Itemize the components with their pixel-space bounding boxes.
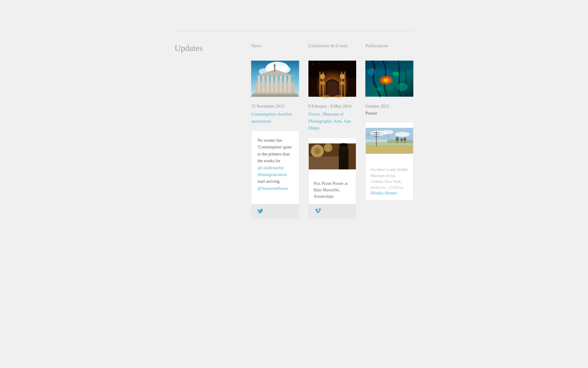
updates-section: Updates News bbox=[175, 43, 413, 219]
news-image bbox=[251, 53, 299, 104]
publication-title: Power bbox=[365, 111, 413, 116]
news-title-link[interactable]: Consumption shortlist announced bbox=[251, 111, 299, 125]
publications-column: Publications bbox=[365, 43, 413, 219]
svg-rect-69 bbox=[374, 136, 379, 136]
svg-rect-15 bbox=[274, 66, 275, 72]
nomansland-content: No Man's Land, Wellin Museum of Art, Cli… bbox=[366, 160, 413, 200]
exhibition-card: 8 February - 8 May 2014 Power, Museum of… bbox=[308, 53, 356, 132]
twitter-card: No sooner has 'Consumption' gone to the … bbox=[251, 131, 299, 204]
twitter-icon bbox=[257, 208, 263, 216]
vimeo-footer bbox=[309, 204, 356, 219]
svg-point-44 bbox=[325, 145, 331, 150]
prix-pictet-content: Prix Pictet Power at Huis Marseille, Ams… bbox=[309, 176, 356, 204]
page-title: Updates bbox=[175, 43, 251, 53]
prix-pictet-image bbox=[309, 138, 356, 175]
exhibitions-column: Exhibitions & Events bbox=[308, 43, 356, 219]
svg-point-33 bbox=[312, 64, 313, 64]
svg-rect-66 bbox=[376, 131, 377, 146]
svg-point-55 bbox=[376, 87, 381, 91]
svg-rect-67 bbox=[373, 132, 380, 133]
news-column: News bbox=[251, 43, 299, 219]
svg-rect-18 bbox=[252, 94, 298, 95]
svg-point-53 bbox=[384, 79, 388, 82]
svg-rect-17 bbox=[253, 93, 297, 94]
news-image-wrapper bbox=[251, 53, 299, 104]
updates-label: Updates bbox=[175, 43, 251, 219]
exhibition-title-link[interactable]: Power, Museum of Photographic Arts, San … bbox=[308, 111, 356, 132]
svg-point-56 bbox=[397, 83, 408, 91]
prix-pictet-card: Prix Pictet Power at Huis Marseille, Ams… bbox=[308, 138, 356, 219]
svg-point-35 bbox=[347, 62, 348, 63]
vimeo-icon bbox=[315, 208, 321, 215]
svg-rect-49 bbox=[309, 156, 339, 169]
svg-rect-48 bbox=[340, 143, 347, 146]
svg-rect-65 bbox=[387, 140, 413, 143]
svg-point-75 bbox=[396, 137, 399, 141]
svg-point-42 bbox=[314, 148, 320, 154]
svg-rect-19 bbox=[251, 96, 299, 97]
exhibition-image-wrapper bbox=[308, 53, 356, 104]
svg-rect-30 bbox=[344, 71, 345, 97]
exhibition-image bbox=[308, 53, 356, 104]
svg-rect-27 bbox=[319, 71, 320, 97]
svg-point-32 bbox=[334, 95, 343, 98]
svg-point-36 bbox=[352, 65, 352, 65]
tweet-text: No sooner has 'Consumption' gone to the … bbox=[258, 137, 293, 192]
tweet-link-3[interactable]: @SomersetHouse bbox=[258, 186, 288, 191]
columns-wrapper: News bbox=[251, 43, 413, 219]
twitter-footer bbox=[251, 204, 299, 219]
nomansland-link[interactable]: Mishka Henner bbox=[371, 191, 397, 195]
news-card: 13 November 2013 Consumption shortlist a… bbox=[251, 53, 299, 125]
exhibitions-header: Exhibitions & Events bbox=[308, 43, 356, 48]
svg-point-77 bbox=[401, 138, 403, 141]
svg-point-62 bbox=[395, 132, 410, 136]
svg-point-34 bbox=[319, 63, 319, 63]
publication-image-wrapper bbox=[365, 53, 413, 104]
publication-date: October 2012 bbox=[365, 104, 413, 109]
top-divider bbox=[175, 31, 413, 31]
svg-point-16 bbox=[273, 64, 276, 67]
nomansland-card: No Man's Land, Wellin Museum of Art, Cli… bbox=[365, 122, 413, 200]
publication-image bbox=[365, 53, 413, 104]
prix-pictet-title: Prix Pictet Power at Huis Marseille, Ams… bbox=[314, 180, 351, 200]
nomansland-image bbox=[366, 122, 413, 159]
tweet-link-1[interactable]: @candlestarltd bbox=[258, 166, 283, 170]
svg-point-31 bbox=[321, 95, 330, 98]
svg-point-79 bbox=[403, 137, 406, 141]
nomansland-description: No Man's Land, Wellin Museum of Art, Cli… bbox=[371, 167, 408, 190]
exhibition-date: 8 February - 8 May 2014 bbox=[308, 104, 356, 109]
news-header: News bbox=[251, 43, 299, 48]
svg-rect-28 bbox=[322, 71, 324, 97]
page-wrapper: Updates News bbox=[113, 0, 475, 250]
svg-rect-68 bbox=[373, 134, 379, 135]
news-date: 13 November 2013 bbox=[251, 104, 299, 109]
svg-rect-29 bbox=[341, 71, 342, 97]
svg-point-37 bbox=[310, 67, 311, 67]
svg-point-54 bbox=[393, 71, 399, 76]
svg-point-57 bbox=[368, 68, 376, 75]
tweet-link-2[interactable]: #burntgeneration bbox=[258, 172, 287, 177]
publication-card: October 2012 Power bbox=[365, 53, 413, 116]
publications-header: Publications bbox=[365, 43, 413, 48]
